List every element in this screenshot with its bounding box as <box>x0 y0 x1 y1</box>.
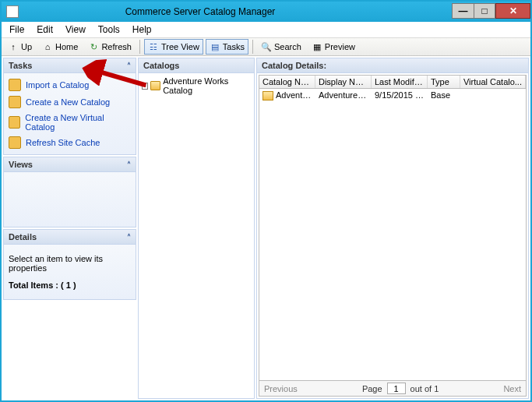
views-panel-header[interactable]: Views ˄ <box>4 157 136 172</box>
details-total: Total Items : ( 1 ) <box>9 280 76 290</box>
folder-icon <box>262 91 273 100</box>
menu-edit[interactable]: Edit <box>30 23 59 37</box>
window-title: Commerce Server Catalog Manager <box>0 6 452 17</box>
chevron-up-icon: ˄ <box>127 62 131 70</box>
menu-file[interactable]: File <box>3 23 30 37</box>
tree-icon: ☷ <box>148 41 159 52</box>
preview-button[interactable]: ▦Preview <box>308 39 359 55</box>
catalogs-panel: Catalogs + Adventure Works Catalog <box>138 58 255 399</box>
col-type[interactable]: Type <box>428 76 460 88</box>
refresh-button[interactable]: ↻Refresh <box>84 39 136 55</box>
details-hint: Select an item to view its properties <box>9 254 131 273</box>
search-button[interactable]: 🔍Search <box>257 39 305 55</box>
catalog-grid: Catalog Name Display Name Last Modified … <box>259 75 527 397</box>
task-refresh-site-cache[interactable]: Refresh Site Cache <box>5 134 134 151</box>
col-display-name[interactable]: Display Name <box>315 76 372 88</box>
minimize-button[interactable]: — <box>452 3 474 19</box>
tasks-panel-header[interactable]: Tasks ˄ <box>4 58 136 73</box>
menu-bar: File Edit View Tools Help <box>2 22 530 37</box>
task-import-catalog[interactable]: Import a Catalog <box>5 76 134 93</box>
details-panel-header[interactable]: Details ˄ <box>4 230 136 245</box>
separator <box>139 40 140 54</box>
views-title: Views <box>9 160 33 169</box>
home-icon: ⌂ <box>42 41 53 52</box>
list-icon: ▤ <box>210 41 220 52</box>
catalogs-title: Catalogs <box>143 61 179 70</box>
close-button[interactable]: ✕ <box>495 3 530 19</box>
separator <box>252 40 253 54</box>
task-create-catalog[interactable]: Create a New Catalog <box>5 93 134 111</box>
tree-view-button[interactable]: ☷Tree View <box>144 39 203 55</box>
maximize-button[interactable]: □ <box>474 3 495 19</box>
pager: Previous Page out of 1 Next <box>259 380 526 396</box>
pager-of-label: out of 1 <box>410 384 439 393</box>
col-catalog-name[interactable]: Catalog Name <box>259 76 315 88</box>
preview-icon: ▦ <box>312 41 322 52</box>
table-row[interactable]: Adventure ... Adventure W... 9/15/2015 4… <box>259 89 526 102</box>
refresh-icon: ↻ <box>88 41 99 52</box>
views-panel: Views ˄ <box>3 157 136 227</box>
sidebar: Tasks ˄ Import a Catalog Create a New Ca… <box>2 56 138 400</box>
catalogs-panel-header: Catalogs <box>139 58 254 73</box>
expand-icon[interactable]: + <box>142 83 148 90</box>
title-bar[interactable]: Commerce Server Catalog Manager — □ ✕ <box>2 2 530 22</box>
chevron-up-icon: ˄ <box>127 160 131 169</box>
search-icon: 🔍 <box>261 41 272 52</box>
tasks-title: Tasks <box>9 61 32 70</box>
home-button[interactable]: ⌂Home <box>38 39 82 55</box>
catalog-details-title: Catalog Details: <box>262 61 326 70</box>
pager-page-label: Page <box>362 384 382 393</box>
details-panel: Details ˄ Select an item to view its pro… <box>3 229 136 300</box>
menu-view[interactable]: View <box>59 23 92 37</box>
pager-next[interactable]: Next <box>503 384 521 393</box>
grid-header[interactable]: Catalog Name Display Name Last Modified … <box>259 76 526 89</box>
details-title: Details <box>9 232 37 242</box>
folder-icon <box>9 96 21 108</box>
catalog-details-panel: Catalog Details: Catalog Name Display Na… <box>256 58 529 399</box>
chevron-up-icon: ˄ <box>127 233 131 242</box>
col-last-modified[interactable]: Last Modified <box>372 76 428 88</box>
task-create-virtual-catalog[interactable]: Create a New Virtual Catalog <box>5 111 134 134</box>
tasks-panel: Tasks ˄ Import a Catalog Create a New Ca… <box>3 58 136 155</box>
catalog-details-header: Catalog Details: <box>257 58 528 73</box>
up-button[interactable]: ↑Up <box>4 39 36 55</box>
tree-root[interactable]: + Adventure Works Catalog <box>142 76 251 95</box>
col-virtual[interactable]: Virtual Catalo... <box>460 76 526 88</box>
toolbar: ↑Up ⌂Home ↻Refresh ☷Tree View ▤Tasks 🔍Se… <box>2 37 530 56</box>
menu-help[interactable]: Help <box>126 23 158 37</box>
pager-page-input[interactable] <box>387 383 406 394</box>
arrow-up-icon: ↑ <box>8 41 19 52</box>
folder-icon <box>9 136 21 149</box>
folder-icon <box>9 79 21 91</box>
tasks-toggle-button[interactable]: ▤Tasks <box>206 39 248 55</box>
tree-root-label: Adventure Works Catalog <box>163 76 251 95</box>
menu-tools[interactable]: Tools <box>92 23 126 37</box>
folder-icon <box>150 81 160 90</box>
pager-prev[interactable]: Previous <box>264 384 298 393</box>
folder-icon <box>9 116 20 129</box>
